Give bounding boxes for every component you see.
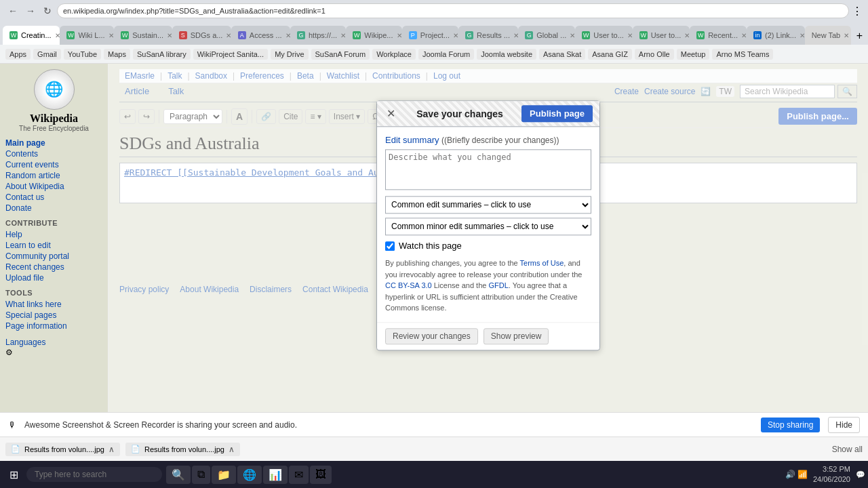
bookmark-youtube[interactable]: YouTube <box>64 49 101 60</box>
tab-wiki[interactable]: W Wiki L... ✕ <box>60 26 114 45</box>
new-tab-button[interactable]: + <box>851 27 868 45</box>
tab-close-icon[interactable]: ✕ <box>397 32 402 39</box>
bookmark-asana-giz[interactable]: Asana GIZ <box>588 49 632 60</box>
taskbar-app-1[interactable]: 🔍 <box>166 466 191 484</box>
taskbar-search[interactable] <box>26 467 162 482</box>
tab-close-icon[interactable]: ✕ <box>167 32 172 39</box>
start-button[interactable]: ⊞ <box>3 466 25 484</box>
languages-settings-icon[interactable]: ⚙ <box>5 348 13 357</box>
sidebar-item-recent-changes[interactable]: Recent changes <box>5 262 102 272</box>
bookmark-workplace[interactable]: Workplace <box>372 49 416 60</box>
edit-summary-label[interactable]: Edit summary <box>385 135 439 145</box>
forward-button[interactable]: → <box>23 4 38 18</box>
common-minor-edit-select[interactable]: Common minor edit summaries – click to u… <box>385 218 591 235</box>
tab-recent[interactable]: W Recent... ✕ <box>690 26 747 45</box>
bookmark-arno-teams[interactable]: Arno MS Teams <box>712 49 773 60</box>
tab-results[interactable]: G Results ... ✕ <box>458 26 518 45</box>
tab-close-icon[interactable]: ✕ <box>340 32 346 39</box>
contribute-title: Contribute <box>5 219 102 227</box>
tab-wikipe[interactable]: W Wikipe... ✕ <box>346 26 401 45</box>
download-close-2[interactable]: ∧ <box>229 445 235 454</box>
tab-close-icon[interactable]: ✕ <box>627 32 633 39</box>
tab-creating[interactable]: W Creatin... ✕ <box>3 26 60 45</box>
sidebar-item-upload[interactable]: Upload file <box>5 272 102 283</box>
sidebar-item-contents[interactable]: Contents <box>5 148 102 159</box>
tab-access[interactable]: A Access ... ✕ <box>231 26 290 45</box>
dialog-close-button[interactable]: ✕ <box>384 107 398 120</box>
cc-link[interactable]: CC BY-SA 3.0 <box>385 281 432 289</box>
tab-newtab[interactable]: New Tab ✕ <box>805 26 851 45</box>
tab-close-icon[interactable]: ✕ <box>108 32 114 39</box>
tab-close-icon[interactable]: ✕ <box>226 32 231 39</box>
taskbar-app-explorer[interactable]: 📁 <box>212 466 236 484</box>
download-item-2[interactable]: 📄 Results from volun....jpg ∧ <box>125 443 240 456</box>
tab-close-icon[interactable]: ✕ <box>844 32 849 39</box>
tab-https[interactable]: G https://... ✕ <box>290 26 346 45</box>
taskbar-app-excel[interactable]: 📊 <box>263 466 288 484</box>
tab-user1[interactable]: W User to... ✕ <box>575 26 632 45</box>
dialog-publish-button[interactable]: Publish page <box>521 105 593 122</box>
bookmark-mydrive[interactable]: My Drive <box>271 49 308 60</box>
bookmark-asana-skat[interactable]: Asana Skat <box>539 49 585 60</box>
tab-sdgs[interactable]: S SDGs a... ✕ <box>172 26 231 45</box>
bookmark-susanaforum[interactable]: SuSanA Forum <box>311 49 370 60</box>
sidebar-item-community[interactable]: Community portal <box>5 251 102 262</box>
tab-linkedin[interactable]: in (2) Link... ✕ <box>747 26 805 45</box>
sidebar-item-random[interactable]: Random article <box>5 170 102 181</box>
tab-close-icon[interactable]: ✕ <box>570 32 575 39</box>
tab-close-icon[interactable]: ✕ <box>800 32 805 39</box>
show-all-button[interactable]: Show all <box>832 445 863 454</box>
tab-project[interactable]: P Project... ✕ <box>402 26 458 45</box>
taskbar-app-2[interactable]: ⧉ <box>192 466 210 484</box>
stop-sharing-button[interactable]: Stop sharing <box>761 418 820 432</box>
sidebar-item-help[interactable]: Help <box>5 229 102 240</box>
watch-page-checkbox[interactable] <box>385 241 395 251</box>
sidebar-item-main-page[interactable]: Main page <box>5 138 102 148</box>
review-changes-button[interactable]: Review your changes <box>385 328 478 344</box>
sidebar-item-special-pages[interactable]: Special pages <box>5 310 102 321</box>
browser-menu[interactable]: ⋮ <box>852 5 863 18</box>
bookmark-gmail[interactable]: Gmail <box>33 49 61 60</box>
bookmark-maps[interactable]: Maps <box>104 49 130 60</box>
sidebar-item-donate[interactable]: Donate <box>5 203 102 214</box>
tab-close-icon[interactable]: ✕ <box>453 32 458 39</box>
bookmark-susana[interactable]: SuSanA library <box>133 49 191 60</box>
tab-sustain[interactable]: W Sustain... ✕ <box>114 26 172 45</box>
tab-close-icon[interactable]: ✕ <box>285 32 290 39</box>
sidebar-item-page-info[interactable]: Page information <box>5 321 102 331</box>
sidebar-item-current-events[interactable]: Current events <box>5 159 102 170</box>
terms-link[interactable]: Terms of Use <box>520 259 564 267</box>
sidebar-item-what-links[interactable]: What links here <box>5 299 102 310</box>
sidebar-item-about[interactable]: About Wikipedia <box>5 181 102 192</box>
sidebar-item-learn[interactable]: Learn to edit <box>5 240 102 251</box>
download-item-1[interactable]: 📄 Results from volun....jpg ∧ <box>5 443 120 456</box>
taskbar-app-browser[interactable]: 🌐 <box>237 466 262 484</box>
taskbar-app-mail[interactable]: ✉ <box>289 466 309 484</box>
taskbar-app-photos[interactable]: 🖼 <box>310 466 332 484</box>
sidebar-item-languages[interactable]: Languages <box>5 337 102 348</box>
hide-notification-button[interactable]: Hide <box>828 417 860 433</box>
bookmark-joomla[interactable]: Joomla Forum <box>418 49 474 60</box>
refresh-button[interactable]: ↻ <box>41 4 54 18</box>
bookmark-joomla-web[interactable]: Joomla website <box>477 49 536 60</box>
download-close-1[interactable]: ∧ <box>108 445 115 454</box>
bookmark-wikiproject[interactable]: WikiProject Sanita... <box>193 49 268 60</box>
back-button[interactable]: ← <box>5 4 20 18</box>
tab-close-icon[interactable]: ✕ <box>741 32 747 39</box>
tab-global[interactable]: G Global ... ✕ <box>518 26 575 45</box>
sidebar-item-contact[interactable]: Contact us <box>5 192 102 203</box>
gfdl-link[interactable]: GFDL <box>488 281 508 289</box>
tab-close-icon[interactable]: ✕ <box>513 32 518 39</box>
bookmark-apps[interactable]: Apps <box>5 49 31 60</box>
notification-center-icon[interactable]: 💬 <box>856 470 865 479</box>
address-bar[interactable]: en.wikipedia.org/w/index.php?title=SDGs_… <box>57 3 849 18</box>
show-preview-button[interactable]: Show preview <box>484 328 549 344</box>
bookmark-meetup[interactable]: Meetup <box>677 49 710 60</box>
tab-close-icon[interactable]: ✕ <box>684 32 690 39</box>
bookmark-arno-olle[interactable]: Arno Olle <box>635 49 674 60</box>
tab-close-icon[interactable]: ✕ <box>55 32 60 39</box>
tab-user2[interactable]: W User to... ✕ <box>633 26 690 45</box>
wiki-content: EMasrle | Talk | Sandbox | Preferences |… <box>108 64 868 412</box>
edit-summary-input[interactable] <box>385 149 591 190</box>
common-edit-select[interactable]: Common edit summaries – click to use <box>385 196 591 214</box>
